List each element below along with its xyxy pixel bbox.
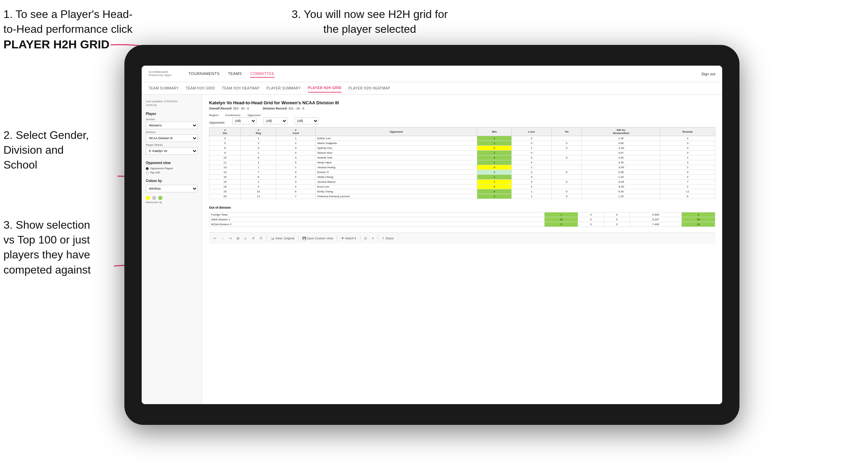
sub-nav-player-summary[interactable]: PLAYER SUMMARY xyxy=(266,84,301,92)
cell-opponent: Jessica Huang xyxy=(315,165,477,170)
cell-div: 5 xyxy=(209,141,241,146)
toolbar-grid[interactable]: ⊞ xyxy=(235,236,241,241)
cell-rounds: 4 xyxy=(660,175,715,180)
cell-rounds: 3 xyxy=(660,146,715,151)
toolbar-menu[interactable]: ≡ xyxy=(370,236,375,241)
instruction-line2: to-Head performance click xyxy=(3,23,132,35)
sub-nav-team-summary[interactable]: TEAM SUMMARY xyxy=(149,84,179,92)
ood-cell-win: 5 xyxy=(545,222,578,227)
instruction-top-left: 1. To see a Player's Head- to-Head perfo… xyxy=(3,7,135,53)
toolbar-watch[interactable]: 👁 Watch ▾ xyxy=(339,236,358,241)
cell-reg: 7 xyxy=(241,170,276,175)
cell-rounds: 11 xyxy=(660,189,715,194)
cell-win: 2 xyxy=(477,170,512,175)
out-of-division-table: Foreign Team 1 0 0 4.500 2 NAIA Division… xyxy=(209,212,715,227)
nav-tournaments[interactable]: TOURNAMENTS xyxy=(188,70,219,78)
cell-rounds: 2 xyxy=(660,184,715,189)
cell-diff: -5.00 xyxy=(582,184,660,189)
cell-opponent: Federica Domecq Lacroze xyxy=(315,194,477,199)
col-diff: Diff AvStrokes/Rnd xyxy=(582,127,660,136)
cell-win: 0 xyxy=(477,146,512,151)
nav-items: TOURNAMENTS TEAMS COMMITTEE xyxy=(188,70,691,78)
cell-rounds: 4 xyxy=(660,155,715,160)
cell-rounds: 6 xyxy=(660,194,715,199)
toolbar-undo[interactable]: ↩ xyxy=(212,236,218,241)
colour-dot-level xyxy=(152,196,156,200)
cell-tie: 0 xyxy=(551,180,582,184)
cell-loss: 1 xyxy=(512,165,552,170)
table-row: 15 8 5 Stella Cheng 1 0 1.25 4 xyxy=(209,175,715,180)
radio-top100[interactable]: Top 100 xyxy=(146,171,198,174)
cell-opponent: Stella Cheng xyxy=(315,175,477,180)
colour-by-select[interactable]: Win/loss xyxy=(146,185,198,192)
nav-sign-out[interactable]: Sign out xyxy=(701,72,715,76)
conference-select[interactable]: (All) xyxy=(263,117,287,124)
toolbar-refresh[interactable]: ↺ xyxy=(250,236,256,241)
cell-div: 18 xyxy=(209,184,241,189)
cell-conf: 2 xyxy=(276,184,315,189)
cell-diff: 4.00 xyxy=(582,141,660,146)
toolbar-left[interactable]: ← xyxy=(219,236,226,241)
sub-nav-player-h2h-grid[interactable]: PLAYER H2H GRID xyxy=(308,84,342,93)
ood-cell-rounds: 2 xyxy=(682,212,715,217)
toolbar-share[interactable]: ⇧ Share xyxy=(380,236,396,241)
toolbar-redo[interactable]: ↪ xyxy=(227,236,234,241)
cell-loss: 0 xyxy=(512,136,552,141)
sub-nav-team-h2h-heatmap[interactable]: TEAM H2H HEATMAP xyxy=(222,84,260,92)
cell-tie: 0 xyxy=(551,155,582,160)
ood-cell-loss: 0 xyxy=(578,217,604,222)
cell-win: 0 xyxy=(477,184,512,189)
cell-tie: 0 xyxy=(551,189,582,194)
ood-cell-tie: 0 xyxy=(604,212,630,217)
cell-diff: 4.00 xyxy=(582,155,660,160)
sub-nav: TEAM SUMMARY TEAM H2H GRID TEAM H2H HEAT… xyxy=(142,82,722,95)
cell-reg: 10 xyxy=(241,189,276,194)
grid-panel: Katelyn Vo Head-to-Head Grid for Women's… xyxy=(202,95,722,404)
cell-diff: 3.33 xyxy=(582,160,660,165)
table-row: 5 2 2 Alexis Sudjianto 1 0 0 4.00 3 xyxy=(209,141,715,146)
nav-teams[interactable]: TEAMS xyxy=(228,70,242,78)
radio-dot-top100 xyxy=(146,171,149,174)
opponent-select[interactable]: (All) xyxy=(294,117,319,124)
player-rank-select[interactable]: 8. Katelyn Vo xyxy=(146,147,198,155)
gender-label: Gender xyxy=(146,118,198,121)
toolbar-view-original[interactable]: 📊 View: Original xyxy=(269,236,296,241)
gender-select[interactable]: Women's Men's xyxy=(146,122,198,129)
cell-tie xyxy=(551,184,582,189)
cell-conf: 1 xyxy=(276,136,315,141)
last-updated: Last Updated: 27/03/202416:55:38 xyxy=(146,99,198,107)
sub-nav-team-h2h-grid[interactable]: TEAM H2H GRID xyxy=(186,84,215,92)
cell-loss: 1 xyxy=(512,146,552,151)
cell-div: 6 xyxy=(209,146,241,151)
region-select[interactable]: (All) xyxy=(232,117,256,124)
filter-selects-row: Opponents: (All) (All) (All) xyxy=(209,117,715,124)
radio-opponents-played[interactable]: Opponents Played xyxy=(146,167,198,170)
cell-opponent: Sharon Mun xyxy=(315,151,477,155)
cell-opponent: Esther Lee xyxy=(315,136,477,141)
cell-div: 11 xyxy=(209,160,241,165)
cell-win: 2 xyxy=(477,155,512,160)
table-row: 10 6 3 Andrea York 2 0 0 4.00 4 xyxy=(209,155,715,160)
toolbar-save-custom[interactable]: 💾 Save Custom View xyxy=(301,236,335,241)
cell-loss: 2 xyxy=(512,180,552,184)
nav-committee[interactable]: COMMITTEE xyxy=(250,70,275,78)
player-rank-label: Player (Rank) xyxy=(146,143,198,146)
division-select[interactable]: NCAA Division III xyxy=(146,134,198,142)
radio-label-top100: Top 100 xyxy=(150,171,160,174)
cell-opponent: Jessica Mason xyxy=(315,180,477,184)
division-label: Division xyxy=(146,131,198,134)
toolbar-timer[interactable]: ⏱ xyxy=(258,236,264,241)
cell-div: 9 xyxy=(209,151,241,155)
toolbar-down[interactable]: ↙ xyxy=(243,236,249,241)
cell-div: 19 xyxy=(209,189,241,194)
table-row: 19 10 6 Emily Chang 4 1 0 0.30 11 xyxy=(209,189,715,194)
colour-labels: Down Level Up xyxy=(146,201,198,203)
toolbar-layout[interactable]: ⊡ xyxy=(362,236,369,241)
cell-reg: 2 xyxy=(241,160,276,165)
col-conf: #Conf xyxy=(276,127,315,136)
sub-nav-player-h2h-heatmap[interactable]: PLAYER H2H HEATMAP xyxy=(348,84,390,92)
cell-loss: 0 xyxy=(512,141,552,146)
ood-cell-diff: 9.267 xyxy=(630,217,682,222)
col-loss: Loss xyxy=(512,127,552,136)
ood-cell-win: 15 xyxy=(545,217,578,222)
